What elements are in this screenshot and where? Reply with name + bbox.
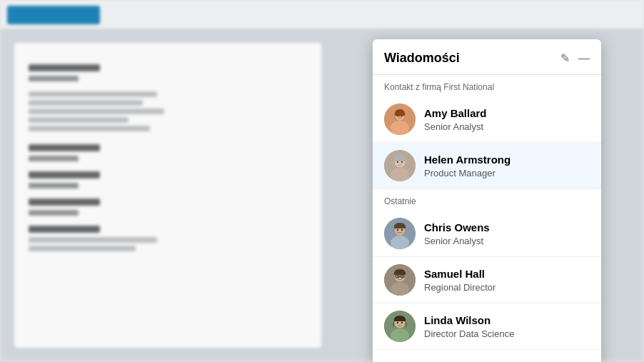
contact-title-samuel: Regional Director bbox=[424, 282, 590, 293]
contact-info-samuel: Samuel Hall Regional Director bbox=[424, 267, 590, 293]
contact-item-amy[interactable]: Amy Ballard Senior Analyst bbox=[373, 96, 601, 143]
contact-name-linda: Linda Wilson bbox=[424, 313, 590, 328]
contact-item-chris[interactable]: Chris Owens Senior Analyst bbox=[373, 211, 601, 257]
avatar-chris bbox=[384, 218, 416, 249]
contact-item-helen[interactable]: Helen Armstrong Product Manager bbox=[373, 143, 601, 189]
svg-point-17 bbox=[397, 229, 399, 231]
section-company-label: Kontakt z firmą First National bbox=[373, 75, 601, 96]
contact-title-amy: Senior Analyst bbox=[424, 121, 590, 132]
panel-header: Wiadomości ✎ — bbox=[373, 39, 601, 75]
svg-point-18 bbox=[401, 229, 403, 231]
svg-point-2 bbox=[391, 121, 409, 135]
panel-body: Kontakt z firmą First National A bbox=[373, 75, 601, 362]
contact-item-linda[interactable]: Linda Wilson Director Data Science bbox=[373, 303, 601, 350]
edit-icon[interactable]: ✎ bbox=[560, 53, 570, 64]
contact-name-helen: Helen Armstrong bbox=[424, 153, 590, 167]
svg-point-27 bbox=[402, 276, 403, 277]
avatar-amy bbox=[384, 104, 416, 135]
messages-panel: Wiadomości ✎ — Kontakt z firmą First Nat… bbox=[373, 39, 601, 362]
contact-name-chris: Chris Owens bbox=[424, 221, 590, 235]
contact-info-amy: Amy Ballard Senior Analyst bbox=[424, 106, 590, 132]
contact-name-amy: Amy Ballard bbox=[424, 106, 590, 121]
svg-point-33 bbox=[401, 322, 403, 324]
contact-name-samuel: Samuel Hall bbox=[424, 267, 590, 281]
contact-info-helen: Helen Armstrong Product Manager bbox=[424, 153, 590, 179]
avatar-helen bbox=[384, 150, 416, 181]
panel-header-icons: ✎ — bbox=[560, 53, 590, 64]
minimize-icon[interactable]: — bbox=[578, 53, 590, 64]
panel-title: Wiadomości bbox=[384, 51, 460, 66]
contact-title-linda: Director Data Science bbox=[424, 328, 590, 339]
section-recent-label: Ostatnie bbox=[373, 189, 601, 211]
svg-point-32 bbox=[397, 322, 399, 324]
svg-point-11 bbox=[397, 161, 398, 163]
svg-point-6 bbox=[401, 115, 403, 116]
avatar-samuel bbox=[384, 264, 416, 296]
contact-info-linda: Linda Wilson Director Data Science bbox=[424, 313, 590, 339]
svg-point-12 bbox=[401, 161, 403, 163]
contact-item-samuel[interactable]: Samuel Hall Regional Director bbox=[373, 257, 601, 303]
svg-point-26 bbox=[397, 276, 398, 277]
svg-point-5 bbox=[397, 115, 398, 116]
contact-info-chris: Chris Owens Senior Analyst bbox=[424, 221, 590, 246]
avatar-linda bbox=[384, 311, 416, 342]
contact-title-chris: Senior Analyst bbox=[424, 236, 590, 246]
contact-title-helen: Product Manager bbox=[424, 168, 590, 179]
